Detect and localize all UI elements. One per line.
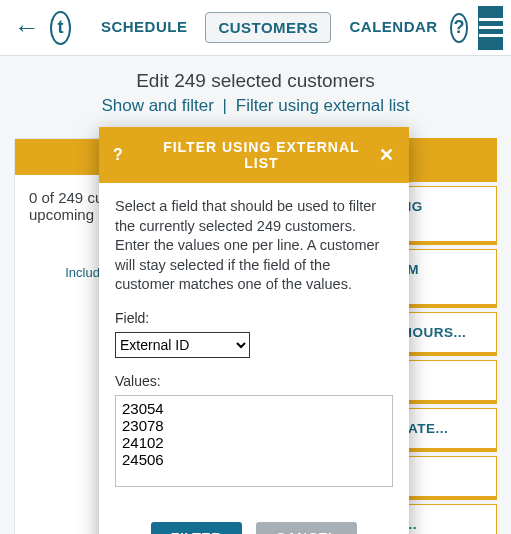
field-label: Field: — [115, 309, 393, 328]
modal-help-icon[interactable]: ? — [113, 146, 124, 164]
nav-schedule[interactable]: SCHEDULE — [89, 12, 200, 43]
link-show-filter[interactable]: Show and filter — [101, 96, 213, 115]
modal-description: Select a field that should be used to fi… — [115, 197, 393, 295]
filter-external-modal: ? FILTER USING EXTERNAL LIST ✕ Select a … — [99, 127, 409, 534]
app-logo[interactable]: t — [50, 11, 71, 45]
nav-customers[interactable]: CUSTOMERS — [205, 12, 331, 43]
field-select[interactable]: External ID — [115, 332, 250, 358]
values-label: Values: — [115, 372, 393, 391]
link-filter-external[interactable]: Filter using external list — [236, 96, 410, 115]
back-arrow-icon[interactable]: ← — [8, 12, 46, 43]
nav-calendar[interactable]: CALENDAR — [337, 12, 449, 43]
cancel-button[interactable]: CANCEL — [256, 522, 357, 534]
close-icon[interactable]: ✕ — [379, 144, 395, 166]
page-title: Edit 249 selected customers — [14, 70, 497, 92]
filter-button[interactable]: FILTER — [151, 522, 242, 534]
link-separator: | — [219, 96, 231, 115]
menu-icon[interactable] — [478, 6, 503, 50]
modal-title: FILTER USING EXTERNAL LIST — [144, 139, 379, 171]
help-icon[interactable]: ? — [450, 13, 469, 43]
values-textarea[interactable] — [115, 395, 393, 487]
